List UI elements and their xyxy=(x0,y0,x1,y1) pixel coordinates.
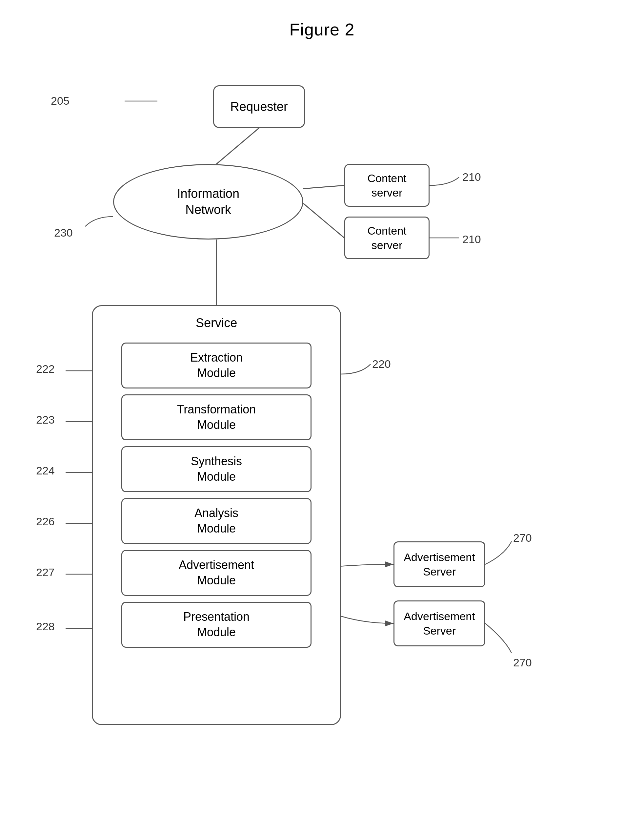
requester-box: Requester xyxy=(213,85,305,128)
ad-server-2-label: AdvertisementServer xyxy=(404,609,475,638)
ref-210-1: 210 xyxy=(462,171,481,183)
content-server-1-label: Contentserver xyxy=(367,171,406,200)
presentation-module-box: PresentationModule xyxy=(121,602,312,648)
advertisement-module-box: AdvertisementModule xyxy=(121,550,312,596)
info-network-label: InformationNetwork xyxy=(177,186,239,218)
ref-228: 228 xyxy=(36,620,55,633)
transformation-module-label: TransformationModule xyxy=(177,402,256,433)
content-server-2-label: Contentserver xyxy=(367,224,406,252)
ref-220: 220 xyxy=(372,358,391,370)
synthesis-module-box: SynthesisModule xyxy=(121,446,312,492)
extraction-module-box: ExtractionModule xyxy=(121,342,312,389)
synthesis-module-label: SynthesisModule xyxy=(191,454,242,485)
ad-server-2-box: AdvertisementServer xyxy=(393,601,485,646)
advertisement-module-label: AdvertisementModule xyxy=(179,558,254,588)
service-container: Service ExtractionModule TransformationM… xyxy=(92,305,341,725)
presentation-module-label: PresentationModule xyxy=(183,609,250,640)
analysis-module-label: AnalysisModule xyxy=(194,505,238,537)
page-title: Figure 2 xyxy=(0,0,644,40)
ref-270-2: 270 xyxy=(513,656,532,669)
content-server-1-box: Contentserver xyxy=(344,164,430,207)
svg-line-0 xyxy=(217,128,259,164)
info-network-ellipse: InformationNetwork xyxy=(113,164,303,240)
analysis-module-box: AnalysisModule xyxy=(121,498,312,544)
service-label: Service xyxy=(93,306,340,337)
ref-270-1: 270 xyxy=(513,532,532,544)
ref-210-2: 210 xyxy=(462,233,481,246)
requester-label: Requester xyxy=(230,100,288,114)
ref-222: 222 xyxy=(36,362,55,375)
svg-line-1 xyxy=(303,185,344,189)
ref-224: 224 xyxy=(36,464,55,477)
svg-line-2 xyxy=(303,203,344,238)
extraction-module-label: ExtractionModule xyxy=(190,350,243,381)
transformation-module-box: TransformationModule xyxy=(121,394,312,440)
ref-223: 223 xyxy=(36,413,55,426)
ref-230: 230 xyxy=(54,226,73,239)
diagram-container: Requester InformationNetwork Contentserv… xyxy=(0,43,644,838)
ref-205: 205 xyxy=(51,94,69,107)
content-server-2-box: Contentserver xyxy=(344,217,430,259)
ref-227: 227 xyxy=(36,566,55,579)
ad-server-1-label: AdvertisementServer xyxy=(404,550,475,579)
ad-server-1-box: AdvertisementServer xyxy=(393,542,485,587)
ref-226: 226 xyxy=(36,515,55,528)
